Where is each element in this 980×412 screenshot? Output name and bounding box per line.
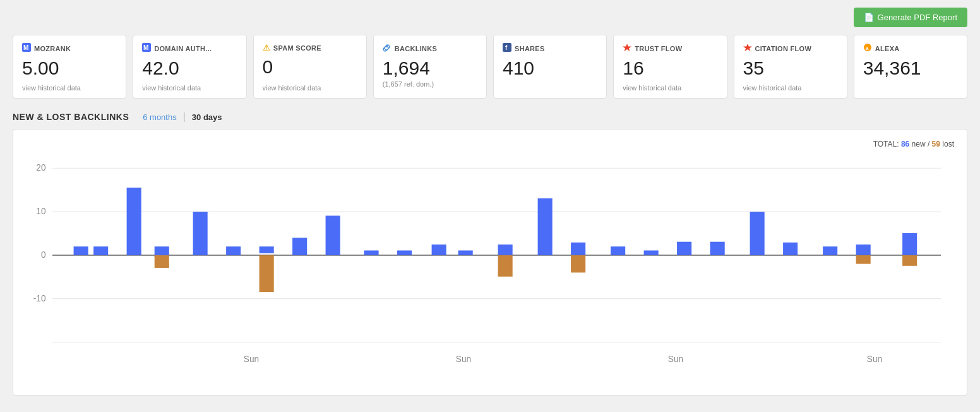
metric-value-trust-flow: 16 [623,59,643,78]
svg-text:Sun: Sun [867,354,882,364]
svg-text:20: 20 [36,163,46,173]
filter-30days-button[interactable]: 30 days [189,112,225,122]
metric-value-domain-auth: 42.0 [142,59,179,78]
metric-label-shares: SHARES [515,45,545,52]
svg-text:Sun: Sun [244,354,259,364]
metric-header-shares: fSHARES [503,43,545,54]
svg-rect-49 [823,246,837,255]
metric-label-mozrank: MOZRANK [34,45,71,52]
metric-card-backlinks: BACKLINKS1,694(1,657 ref. dom.) [373,35,487,99]
svg-rect-27 [155,255,169,268]
svg-text:M: M [143,44,149,51]
total-label: TOTAL: [873,140,899,148]
svg-rect-28 [193,212,208,255]
new-count: 86 [901,140,909,148]
section-header: NEW & LOST BACKLINKS 6 months | 30 days [0,107,980,129]
metric-card-trust-flow: TRUST FLOW16view historical data [613,35,727,99]
svg-rect-34 [364,250,379,255]
svg-rect-44 [644,250,659,255]
svg-rect-41 [571,243,585,255]
metric-link-mozrank[interactable]: view historical data [22,84,81,92]
alexa-icon: a [863,43,872,54]
metric-card-citation-flow: CITATION FLOW35view historical data [734,35,847,99]
metric-label-citation-flow: CITATION FLOW [755,45,812,52]
citation-star-icon [743,43,752,54]
section-title: NEW & LOST BACKLINKS [13,112,129,122]
metric-card-spam-score: ⚠SPAM SCORE0view historical data [253,35,367,99]
svg-text:f: f [505,44,508,51]
metric-header-trust-flow: TRUST FLOW [623,43,682,54]
time-filter: 6 months | 30 days [140,111,224,123]
metric-value-mozrank: 5.00 [22,59,59,78]
metric-value-spam-score: 0 [263,58,273,76]
filter-6months-button[interactable]: 6 months [140,112,179,122]
svg-rect-29 [226,246,241,255]
metric-header-citation-flow: CITATION FLOW [743,43,812,54]
svg-rect-53 [902,255,917,266]
trust-star-icon [623,43,631,54]
svg-text:-10: -10 [33,294,46,303]
metric-header-mozrank: MMOZRANK [22,43,71,54]
svg-rect-52 [902,233,917,255]
lost-text: lost [942,140,954,148]
new-text: new [912,140,926,148]
metrics-row: MMOZRANK5.00view historical dataMDOMAIN … [0,35,980,107]
metric-label-domain-auth: DOMAIN AUTH... [154,45,212,52]
metric-header-domain-auth: MDOMAIN AUTH... [142,43,212,54]
metric-header-spam-score: ⚠SPAM SCORE [263,43,321,52]
link-icon [383,43,391,54]
chart-area: 20 10 0 -10 Sun Sun Sun Sun [26,155,954,382]
metric-value-backlinks: 1,694 [383,59,430,78]
svg-rect-45 [677,242,691,255]
metric-label-alexa: ALEXA [875,45,900,52]
warning-icon: ⚠ [263,43,270,52]
metric-card-shares: fSHARES410 [493,35,607,99]
svg-marker-7 [743,44,752,51]
moz-icon: M [142,43,151,54]
chart-total: TOTAL: 86 new / 59 lost [26,140,954,148]
svg-rect-35 [397,250,412,255]
svg-rect-23 [74,246,88,255]
metric-label-spam-score: SPAM SCORE [273,44,321,52]
metric-card-domain-auth: MDOMAIN AUTH...42.0view historical data [133,35,246,99]
svg-rect-43 [611,246,625,255]
metric-link-domain-auth[interactable]: view historical data [142,84,201,92]
svg-rect-39 [498,255,513,277]
svg-rect-25 [127,188,141,255]
slash: / [928,140,932,148]
svg-rect-37 [458,250,473,255]
chart-container: TOTAL: 86 new / 59 lost 20 10 0 -10 Sun … [13,129,967,396]
metric-link-spam-score[interactable]: view historical data [263,84,321,92]
moz-icon: M [22,43,31,54]
svg-rect-40 [538,198,553,255]
metric-label-backlinks: BACKLINKS [395,45,437,52]
metric-card-mozrank: MMOZRANK5.00view historical data [13,35,126,99]
svg-rect-32 [292,238,307,255]
lost-count: 59 [932,140,940,148]
metric-link-trust-flow[interactable]: view historical data [623,84,681,92]
svg-rect-36 [432,245,446,255]
metric-header-backlinks: BACKLINKS [383,43,437,54]
facebook-icon: f [503,43,511,54]
svg-text:Sun: Sun [668,354,683,364]
svg-rect-48 [783,243,798,255]
svg-rect-24 [93,246,108,255]
svg-rect-31 [260,255,274,292]
svg-text:Sun: Sun [456,354,471,364]
svg-rect-30 [260,246,274,253]
generate-pdf-label: Generate PDF Report [878,13,957,22]
svg-rect-38 [498,245,513,255]
metric-link-citation-flow[interactable]: view historical data [743,84,802,92]
svg-rect-33 [326,215,340,255]
svg-marker-6 [623,44,631,51]
svg-text:10: 10 [36,207,46,216]
pdf-icon: 📄 [864,13,874,22]
bar-chart: 20 10 0 -10 Sun Sun Sun Sun [26,155,954,382]
metric-header-alexa: aALEXA [863,43,900,54]
svg-rect-50 [856,245,871,255]
metric-sub-backlinks: (1,657 ref. dom.) [383,80,434,88]
generate-pdf-button[interactable]: 📄 Generate PDF Report [854,8,967,27]
svg-text:a: a [865,45,869,51]
metric-value-citation-flow: 35 [743,59,764,78]
svg-rect-47 [750,212,765,255]
